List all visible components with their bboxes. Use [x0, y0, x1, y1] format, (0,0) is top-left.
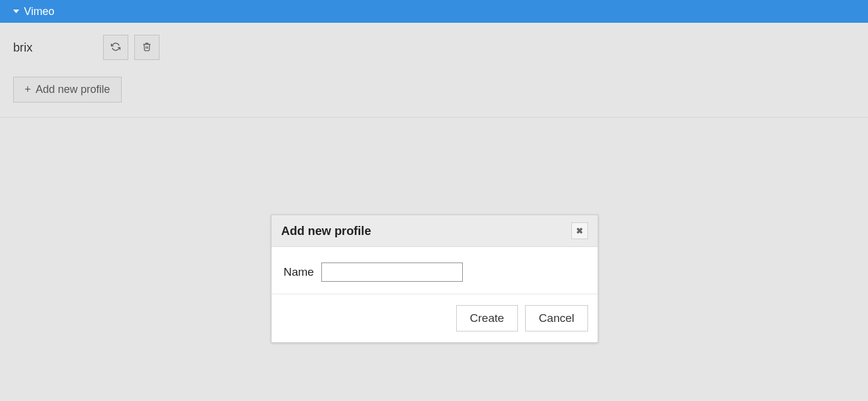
dialog-footer: Create Cancel — [272, 294, 598, 342]
refresh-button[interactable] — [103, 35, 128, 60]
cancel-button[interactable]: Cancel — [525, 305, 588, 331]
delete-button[interactable] — [134, 35, 159, 60]
dialog-close-button[interactable]: ✖ — [571, 222, 588, 239]
dialog-header: Add new profile ✖ — [272, 215, 598, 247]
profile-name: brix — [13, 41, 97, 55]
add-profile-dialog: Add new profile ✖ Name Create Cancel — [271, 215, 598, 343]
dialog-title: Add new profile — [281, 224, 371, 238]
add-profile-button[interactable]: + Add new profile — [13, 77, 122, 102]
refresh-icon — [111, 42, 120, 53]
profile-section: brix + Add new profile — [0, 23, 868, 117]
dialog-body: Name — [272, 247, 598, 294]
name-input[interactable] — [321, 263, 463, 282]
profile-row: brix — [13, 35, 855, 60]
add-profile-label: Add new profile — [36, 83, 110, 96]
trash-icon — [142, 42, 152, 53]
create-button[interactable]: Create — [456, 305, 518, 331]
name-label: Name — [284, 266, 314, 279]
section-header[interactable]: Vimeo — [0, 0, 868, 23]
plus-icon: + — [25, 83, 31, 96]
section-title: Vimeo — [24, 5, 55, 18]
close-icon: ✖ — [576, 226, 583, 236]
caret-down-icon — [13, 10, 19, 13]
